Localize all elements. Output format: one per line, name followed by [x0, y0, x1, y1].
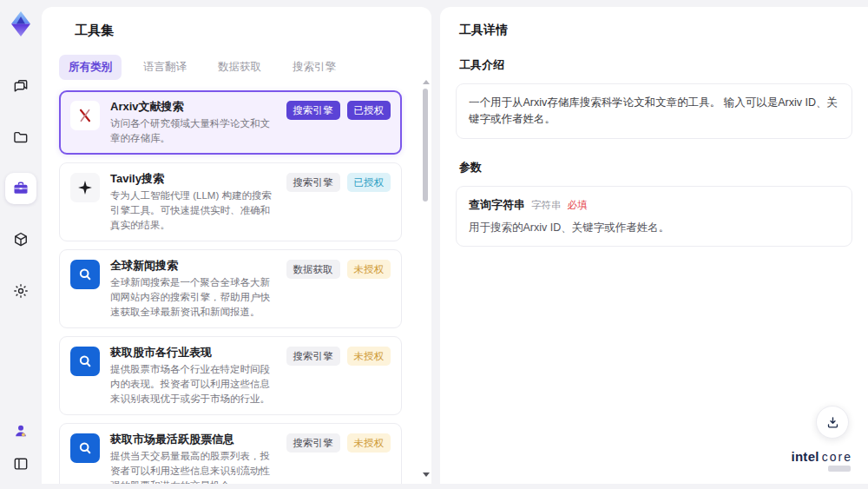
param-type: 字符串	[531, 199, 562, 212]
tool-card-global-news[interactable]: 全球新闻搜索 全球新闻搜索是一个聚合全球各大新闻网站内容的搜索引擎，帮助用户快速…	[59, 249, 402, 328]
tool-card-sector-performance[interactable]: 获取股市各行业表现 提供股票市场各个行业在特定时间段内的表现。投资者可以利用这些…	[59, 336, 402, 415]
sidebar-nav	[5, 70, 36, 307]
tool-card-active-stocks[interactable]: 获取市场最活跃股票信息 提供当天交易量最高的股票列表，投资者可以利用这些信息来识…	[59, 423, 402, 484]
status-badge: 已授权	[347, 173, 391, 192]
param-description: 用于搜索的Arxiv ID、关键字或作者姓名。	[469, 220, 839, 235]
tool-description: 访问各个研究领域大量科学论文和文章的存储库。	[110, 116, 276, 146]
news-search-icon	[70, 260, 100, 289]
tool-description: 提供当天交易量最高的股票列表，投资者可以利用这些信息来识别流动性强的股票和潜在的…	[110, 449, 276, 484]
intel-ultra-badge	[828, 466, 851, 472]
nav-packages[interactable]	[5, 224, 36, 255]
category-badge: 数据获取	[286, 260, 340, 279]
tavily-icon	[70, 173, 100, 202]
tool-description: 全球新闻搜索是一个聚合全球各大新闻网站内容的搜索引擎，帮助用户快速获取全球最新资…	[110, 275, 276, 320]
scrollbar-thumb[interactable]	[423, 89, 428, 202]
tool-description: 提供股票市场各个行业在特定时间段内的表现。投资者可以利用这些信息来识别表现优于或…	[110, 362, 276, 406]
sidebar-bottom	[8, 418, 34, 477]
tab-data-fetching[interactable]: 数据获取	[208, 55, 271, 80]
tool-list: Arxiv文献搜索 访问各个研究领域大量科学论文和文章的存储库。 搜索引擎 已授…	[59, 90, 414, 484]
intro-box: 一个用于从Arxiv存储库搜索科学论文和文章的工具。 输入可以是Arxiv ID…	[456, 83, 852, 139]
intel-core-logo: intel core	[791, 449, 852, 472]
scroll-down-arrow[interactable]	[423, 472, 430, 477]
status-badge: 未授权	[347, 347, 391, 366]
tool-title: 获取股市各行业表现	[110, 345, 276, 360]
tab-language-translation[interactable]: 语言翻译	[134, 55, 196, 80]
tool-list-panel: 工具集 所有类别 语言翻译 数据获取 搜索引擎 Arxiv文献搜索 访问各个研究…	[42, 7, 431, 484]
cube-icon	[12, 231, 30, 248]
collapse-sidebar-button[interactable]	[8, 451, 34, 477]
stock-search-icon	[70, 433, 100, 463]
sidebar	[0, 0, 42, 489]
download-icon	[825, 415, 840, 430]
panel-toggle-icon	[12, 455, 30, 472]
category-badge: 搜索引擎	[286, 101, 340, 120]
category-badge: 搜索引擎	[286, 173, 340, 192]
intro-text: 一个用于从Arxiv存储库搜索科学论文和文章的工具。 输入可以是Arxiv ID…	[469, 95, 839, 128]
tab-search-engine[interactable]: 搜索引擎	[283, 55, 345, 80]
tab-all-categories[interactable]: 所有类别	[59, 55, 122, 80]
intel-wordmark: intel	[791, 449, 819, 464]
status-badge: 未授权	[347, 433, 391, 453]
category-badge: 搜索引擎	[286, 347, 340, 366]
nav-tools[interactable]	[5, 173, 36, 204]
tool-description: 专为人工智能代理 (LLM) 构建的搜索引擎工具。可快速提供实时、准确和真实的结…	[110, 188, 276, 233]
tool-card-arxiv[interactable]: Arxiv文献搜索 访问各个研究领域大量科学论文和文章的存储库。 搜索引擎 已授…	[59, 90, 402, 155]
tool-title: 获取市场最活跃股票信息	[110, 432, 276, 447]
app-window: 工具集 所有类别 语言翻译 数据获取 搜索引擎 Arxiv文献搜索 访问各个研究…	[0, 0, 868, 489]
user-icon	[12, 422, 30, 439]
nav-chat[interactable]	[5, 70, 36, 102]
toolbox-icon	[12, 180, 30, 197]
param-required-badge: 必填	[568, 199, 588, 212]
chat-icon	[12, 77, 30, 95]
param-box: 查询字符串 字符串 必填 用于搜索的Arxiv ID、关键字或作者姓名。	[456, 186, 852, 247]
tool-title: Arxiv文献搜索	[110, 99, 276, 115]
params-heading: 参数	[459, 160, 854, 175]
details-title: 工具详情	[459, 23, 854, 38]
list-scrollbar[interactable]	[422, 80, 429, 479]
category-tabs: 所有类别 语言翻译 数据获取 搜索引擎	[59, 55, 414, 80]
page-title: 工具集	[75, 23, 414, 39]
arxiv-icon	[70, 101, 100, 130]
folder-icon	[12, 129, 30, 146]
tool-title: 全球新闻搜索	[110, 258, 276, 274]
app-logo-icon	[6, 10, 36, 39]
status-badge: 未授权	[347, 260, 391, 279]
nav-settings[interactable]	[5, 275, 36, 307]
tool-title: Tavily搜索	[110, 171, 276, 187]
tool-details-panel: 工具详情 工具介绍 一个用于从Arxiv存储库搜索科学论文和文章的工具。 输入可…	[440, 7, 868, 484]
user-avatar[interactable]	[8, 418, 34, 444]
stock-search-icon	[70, 347, 100, 376]
tool-card-tavily[interactable]: Tavily搜索 专为人工智能代理 (LLM) 构建的搜索引擎工具。可快速提供实…	[59, 162, 402, 241]
param-name: 查询字符串	[469, 197, 525, 213]
gear-icon	[12, 282, 30, 300]
scroll-up-arrow[interactable]	[423, 80, 430, 84]
download-button[interactable]	[816, 406, 849, 439]
status-badge: 已授权	[347, 101, 391, 120]
core-wordmark: core	[822, 450, 852, 464]
intro-heading: 工具介绍	[459, 57, 854, 73]
category-badge: 搜索引擎	[286, 433, 340, 453]
nav-files[interactable]	[5, 122, 36, 153]
